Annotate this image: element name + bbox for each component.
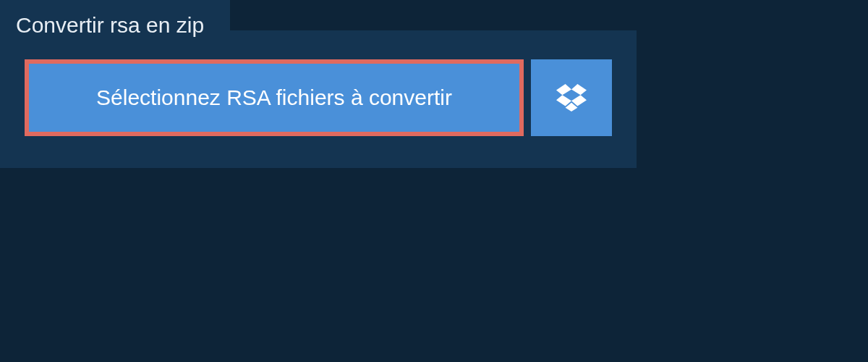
svg-marker-1 xyxy=(571,84,587,95)
panel-body: Sélectionnez RSA fichiers à convertir xyxy=(0,30,637,168)
tab-label: Convertir rsa en zip xyxy=(16,13,204,37)
dropbox-icon xyxy=(556,83,587,113)
select-files-button[interactable]: Sélectionnez RSA fichiers à convertir xyxy=(25,59,524,136)
converter-panel: Convertir rsa en zip Sélectionnez RSA fi… xyxy=(0,30,637,168)
dropbox-button[interactable] xyxy=(531,59,612,136)
svg-marker-0 xyxy=(556,84,571,95)
svg-marker-3 xyxy=(571,95,587,106)
select-files-label: Sélectionnez RSA fichiers à convertir xyxy=(96,85,452,110)
svg-marker-2 xyxy=(556,95,571,106)
tab-convert[interactable]: Convertir rsa en zip xyxy=(0,0,230,51)
